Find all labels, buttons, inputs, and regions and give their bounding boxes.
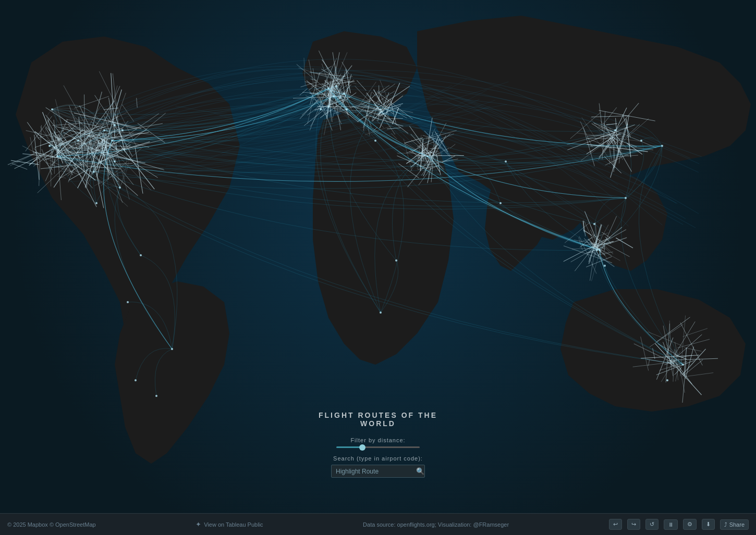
- download-button[interactable]: ⬇: [702, 519, 715, 530]
- redo-button[interactable]: ↪: [627, 519, 640, 530]
- reset-button[interactable]: ↺: [645, 519, 659, 530]
- tableau-icon: ✦: [196, 520, 201, 528]
- pause-button[interactable]: ⏸: [664, 519, 678, 530]
- bottom-bar: © 2025 Mapbox © OpenStreetMap ✦ View on …: [0, 513, 756, 535]
- toolbar-right: ↩ ↪ ↺ ⏸ ⚙ ⬇ ⤴ Share: [609, 519, 749, 530]
- share-label: Share: [729, 521, 745, 528]
- undo-button[interactable]: ↩: [609, 519, 622, 530]
- settings-icon: ⚙: [687, 521, 692, 528]
- share-icon: ⤴: [724, 521, 727, 528]
- view-tableau-button[interactable]: ✦ View on Tableau Public: [196, 520, 263, 528]
- pause-icon: ⏸: [668, 521, 674, 528]
- overlay-panel: FLIGHT ROUTES OF THE WORLD Filter by dis…: [300, 411, 456, 478]
- reset-icon: ↺: [650, 521, 654, 528]
- slider-container: [300, 446, 456, 448]
- share-button[interactable]: ⤴ Share: [720, 519, 749, 530]
- undo-icon: ↩: [613, 521, 618, 528]
- redo-icon: ↪: [631, 521, 636, 528]
- settings-button[interactable]: ⚙: [683, 519, 697, 530]
- viz-title: FLIGHT ROUTES OF THE WORLD: [300, 411, 456, 428]
- download-icon: ⬇: [706, 521, 711, 528]
- search-icon: 🔍: [416, 467, 424, 475]
- map-container: FLIGHT ROUTES OF THE WORLD Filter by dis…: [0, 0, 756, 535]
- search-container: 🔍: [331, 465, 425, 478]
- data-source-text: Data source: openflights.org; Visualizat…: [363, 521, 509, 528]
- search-label: Search (type in airport code):: [300, 455, 456, 462]
- search-input[interactable]: [336, 468, 414, 475]
- copyright-text: © 2025 Mapbox © OpenStreetMap: [7, 521, 96, 528]
- distance-slider[interactable]: [336, 446, 420, 448]
- view-tableau-label: View on Tableau Public: [204, 521, 263, 528]
- filter-label: Filter by distance:: [300, 437, 456, 443]
